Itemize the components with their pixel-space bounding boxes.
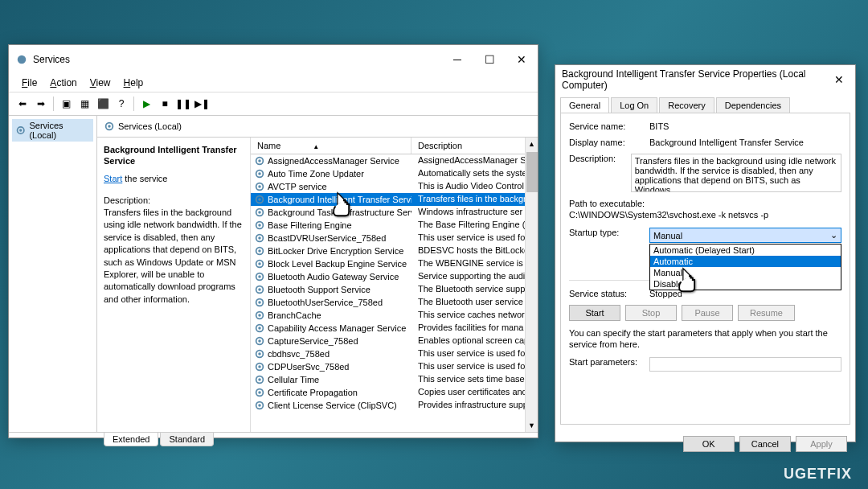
service-row[interactable]: Block Level Backup Engine ServiceThe WBE… bbox=[251, 257, 538, 270]
ok-button[interactable]: OK bbox=[683, 436, 735, 452]
menu-help[interactable]: Help bbox=[117, 76, 150, 90]
tab-general[interactable]: General bbox=[560, 97, 609, 113]
service-row[interactable]: Bluetooth Support ServiceThe Bluetooth s… bbox=[251, 283, 538, 296]
sort-arrow-icon: ▲ bbox=[313, 143, 319, 150]
props-close-button[interactable]: ✕ bbox=[823, 68, 855, 91]
service-row[interactable]: CDPUserSvc_758edThis user service is use… bbox=[251, 360, 538, 373]
service-row[interactable]: BcastDVRUserService_758edThis user servi… bbox=[251, 232, 538, 244]
service-name: Background Tasks Infrastructure Service bbox=[268, 208, 411, 217]
dropdown-option[interactable]: Automatic (Delayed Start) bbox=[650, 244, 841, 256]
service-row[interactable]: AVCTP serviceThis is Audio Video Control bbox=[251, 180, 538, 193]
service-desc: This user service is used for bbox=[411, 361, 538, 372]
svg-point-1 bbox=[20, 58, 23, 61]
props-titlebar[interactable]: Background Intelligent Transfer Service … bbox=[555, 65, 855, 94]
menu-file[interactable]: File bbox=[15, 76, 43, 90]
service-row[interactable]: Bluetooth Audio Gateway ServiceService s… bbox=[251, 270, 538, 283]
pause-icon[interactable]: ❚❚ bbox=[174, 95, 192, 113]
service-row[interactable]: Capability Access Manager ServiceProvide… bbox=[251, 322, 538, 335]
column-description[interactable]: Description bbox=[411, 138, 538, 154]
label-description: Description: bbox=[569, 154, 631, 163]
stop-icon[interactable]: ■ bbox=[156, 95, 174, 113]
props-tabs: General Log On Recovery Dependencies bbox=[555, 94, 855, 113]
view-tabs: Extended Standard bbox=[9, 432, 538, 446]
start-button[interactable]: Start bbox=[569, 305, 620, 321]
svg-point-33 bbox=[258, 327, 261, 330]
back-icon[interactable]: ⬅ bbox=[14, 95, 31, 113]
gear-icon bbox=[254, 374, 265, 385]
service-row[interactable]: cbdhsvc_758edThis user service is used f… bbox=[251, 347, 538, 360]
tab-recovery[interactable]: Recovery bbox=[659, 97, 714, 113]
service-desc: This service sets time based bbox=[411, 374, 538, 385]
description-textarea[interactable]: Transfers files in the background using … bbox=[631, 154, 841, 192]
svg-point-25 bbox=[258, 275, 261, 278]
label-service-status: Service status: bbox=[569, 289, 649, 298]
restart-icon[interactable]: ▶❚ bbox=[193, 95, 211, 113]
service-row[interactable]: Auto Time Zone UpdaterAutomatically sets… bbox=[251, 167, 538, 180]
service-name: Base Filtering Engine bbox=[268, 220, 352, 230]
scroll-down-icon[interactable]: ▼ bbox=[526, 419, 538, 432]
service-row[interactable]: Background Intelligent Transfer ServiceT… bbox=[251, 193, 538, 206]
gear-icon bbox=[254, 348, 265, 360]
tree-panel: Services (Local) bbox=[9, 116, 97, 432]
service-desc: Copies user certificates and bbox=[411, 387, 538, 398]
tab-standard[interactable]: Standard bbox=[160, 433, 214, 446]
service-row[interactable]: BranchCacheThis service caches network bbox=[251, 309, 538, 322]
apply-button: Apply bbox=[796, 436, 847, 452]
close-button[interactable]: ✕ bbox=[506, 48, 538, 71]
stop-button: Stop bbox=[625, 305, 677, 321]
service-row[interactable]: Base Filtering EngineThe Base Filtering … bbox=[251, 219, 538, 232]
dropdown-option[interactable]: Manual bbox=[650, 267, 841, 278]
label-start-params: Start parameters: bbox=[569, 357, 649, 367]
tab-extended[interactable]: Extended bbox=[104, 433, 158, 446]
dropdown-option[interactable]: Automatic bbox=[650, 256, 841, 267]
forward-icon[interactable]: ➡ bbox=[32, 95, 50, 113]
service-row[interactable]: Cellular TimeThis service sets time base… bbox=[251, 373, 538, 386]
service-row[interactable]: BluetoothUserService_758edThe Bluetooth … bbox=[251, 296, 538, 309]
properties-icon[interactable]: ▦ bbox=[76, 95, 93, 113]
export-icon[interactable]: ⬛ bbox=[94, 95, 112, 113]
show-hide-icon[interactable]: ▣ bbox=[57, 95, 75, 113]
service-desc: Automatically sets the syste bbox=[411, 168, 538, 179]
props-window-title: Background Intelligent Transfer Service … bbox=[562, 68, 823, 91]
svg-point-19 bbox=[258, 236, 261, 240]
dropdown-option[interactable]: Disabled bbox=[650, 278, 841, 290]
svg-point-7 bbox=[258, 159, 261, 162]
startup-dropdown[interactable]: Automatic (Delayed Start)AutomaticManual… bbox=[649, 244, 841, 290]
tab-logon[interactable]: Log On bbox=[611, 97, 657, 113]
start-params-input[interactable] bbox=[649, 357, 841, 372]
tree-root[interactable]: Services (Local) bbox=[12, 119, 93, 142]
cancel-button[interactable]: Cancel bbox=[739, 436, 791, 452]
service-row[interactable]: Certificate PropagationCopies user certi… bbox=[251, 386, 538, 399]
maximize-button[interactable]: ☐ bbox=[473, 48, 506, 71]
minimize-button[interactable]: ─ bbox=[441, 48, 473, 71]
vertical-scrollbar[interactable]: ▲ ▼ bbox=[525, 138, 538, 432]
service-row[interactable]: CaptureService_758edEnables optional scr… bbox=[251, 335, 538, 347]
service-row[interactable]: Client License Service (ClipSVC)Provides… bbox=[251, 399, 538, 412]
service-row[interactable]: AssignedAccessManager ServiceAssignedAcc… bbox=[251, 154, 538, 167]
start-link[interactable]: Start bbox=[104, 174, 122, 183]
play-icon[interactable]: ▶ bbox=[137, 95, 155, 113]
tree-root-label: Services (Local) bbox=[29, 121, 90, 140]
tab-dependencies[interactable]: Dependencies bbox=[716, 97, 790, 113]
column-name[interactable]: Name▲ bbox=[251, 138, 411, 154]
svg-point-15 bbox=[258, 211, 261, 214]
help-icon[interactable]: ? bbox=[113, 95, 130, 113]
svg-point-17 bbox=[258, 224, 261, 227]
panel-header: Services (Local) bbox=[97, 116, 538, 138]
service-row[interactable]: BitLocker Drive Encryption ServiceBDESVC… bbox=[251, 244, 538, 257]
gear-icon bbox=[254, 297, 265, 308]
scroll-up-icon[interactable]: ▲ bbox=[526, 138, 538, 150]
gear-icon bbox=[254, 207, 265, 218]
gear-icon bbox=[254, 194, 265, 205]
startup-type-select[interactable]: Manual ⌄ bbox=[649, 228, 841, 243]
service-list[interactable]: AssignedAccessManager ServiceAssignedAcc… bbox=[251, 154, 538, 432]
menu-view[interactable]: View bbox=[84, 76, 117, 90]
titlebar[interactable]: Services ─ ☐ ✕ bbox=[9, 45, 538, 74]
service-row[interactable]: Background Tasks Infrastructure ServiceW… bbox=[251, 206, 538, 219]
selected-service-title: Background Intelligent Transfer Service bbox=[104, 144, 244, 167]
menu-action[interactable]: Action bbox=[43, 76, 83, 90]
service-desc: The WBENGINE service is us bbox=[411, 258, 538, 269]
service-desc: The Base Filtering Engine (B bbox=[411, 220, 538, 231]
service-name: CDPUserSvc_758ed bbox=[268, 362, 350, 372]
scroll-thumb[interactable] bbox=[526, 152, 538, 192]
